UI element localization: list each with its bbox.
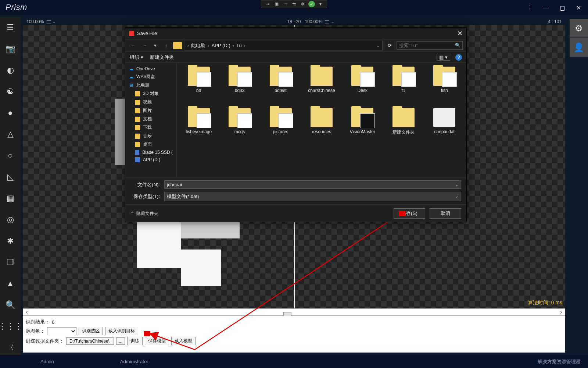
- dialog-actions: ⌃隐藏文件夹 保存(S) 取消: [125, 204, 466, 223]
- filename-input[interactable]: jchepai⌄: [164, 180, 461, 189]
- link-icon[interactable]: ⇆: [291, 1, 297, 7]
- save-button[interactable]: 保存(S): [394, 208, 425, 219]
- more-icon[interactable]: ⋮: [523, 2, 537, 13]
- sidebar-item[interactable]: 图片: [128, 106, 173, 115]
- folder-item[interactable]: fish: [425, 67, 464, 106]
- folder-item[interactable]: Desk: [343, 67, 382, 106]
- chevron-left-icon[interactable]: 〈: [5, 342, 16, 353]
- folder-item[interactable]: VisionMaster: [343, 108, 382, 148]
- search-icon[interactable]: 🔍: [5, 300, 16, 311]
- sidebar-item-label: 图片: [143, 107, 152, 114]
- folder-item[interactable]: mcgs: [220, 108, 259, 148]
- scroll-left-icon[interactable]: ‹: [23, 309, 31, 315]
- tool-icon[interactable]: ✲: [300, 1, 306, 7]
- app-title: Prism: [6, 3, 27, 12]
- new-folder-button[interactable]: 新建文件夹: [150, 54, 174, 61]
- export-icon[interactable]: ⇥: [264, 1, 271, 7]
- bottom-scrollbar[interactable]: ‹ ›: [23, 308, 565, 316]
- folder-icon: [188, 67, 210, 86]
- sidebar-item[interactable]: ☁WPS网盘: [128, 72, 173, 81]
- dialog-close-icon[interactable]: ✕: [457, 29, 463, 38]
- load-target-button[interactable]: 载入识别目标: [105, 327, 138, 335]
- dots-grid-icon[interactable]: ⋮⋮⋮: [5, 321, 16, 332]
- folder-item[interactable]: fisheyeimage: [179, 108, 218, 148]
- dialog-title-bar[interactable]: Save File ✕: [125, 28, 466, 39]
- camera-icon[interactable]: 📷: [5, 43, 16, 54]
- sidebar-item[interactable]: APP (D:): [128, 156, 173, 163]
- refresh-icon[interactable]: ⟳: [386, 43, 394, 48]
- breadcrumb[interactable]: › 此电脑› APP (D:)› Tu› ⌄: [185, 41, 383, 50]
- device-icon[interactable]: ▣: [273, 1, 280, 7]
- copy-icon[interactable]: ❐: [5, 257, 16, 268]
- magnifier-icon[interactable]: 🔍: [455, 43, 460, 48]
- circle-outline-icon[interactable]: ○: [5, 150, 16, 161]
- folder-item[interactable]: pictures: [261, 108, 300, 148]
- file-icon: [433, 108, 455, 127]
- crumb-1[interactable]: APP (D:): [212, 43, 230, 48]
- filetype-select[interactable]: 模型文件(*.dat)⌄: [164, 192, 461, 201]
- select-region-button[interactable]: 识别选区: [79, 327, 103, 335]
- help-icon[interactable]: ?: [455, 54, 462, 61]
- dropdown-icon[interactable]: ▾: [317, 1, 324, 7]
- dialog-sidebar[interactable]: ☁OneDrive☁WPS网盘🖥此电脑3D 对象视频图片文档下载音乐桌面Blad…: [125, 63, 177, 177]
- item-label: fisheyeimage: [186, 129, 212, 134]
- nav-history-dd-icon[interactable]: ▾: [151, 43, 159, 48]
- nodes-icon[interactable]: ✱: [5, 236, 16, 247]
- load-model-button[interactable]: 载入模型: [171, 337, 196, 345]
- folder-icon: [392, 108, 415, 127]
- sidebar-item[interactable]: 🖥此电脑: [128, 81, 173, 89]
- view-mode-icon[interactable]: ▥ ▾: [437, 54, 450, 61]
- fingerprint-icon[interactable]: ◎: [5, 214, 16, 225]
- hide-folders-toggle[interactable]: ⌃隐藏文件夹: [130, 210, 158, 217]
- angle-icon[interactable]: ◺: [5, 171, 16, 183]
- sidebar-item[interactable]: Blade 15 SSD (: [128, 149, 173, 156]
- yinyang-icon[interactable]: ☯: [5, 86, 16, 97]
- folder-icon: [433, 67, 455, 86]
- grid-icon[interactable]: ▦: [5, 193, 16, 204]
- folder-item[interactable]: bd: [179, 67, 218, 106]
- source-select[interactable]: [47, 327, 76, 335]
- browse-button[interactable]: ...: [116, 337, 125, 345]
- folder-item[interactable]: bdtest: [261, 67, 300, 106]
- circle-fill-icon[interactable]: ●: [5, 107, 16, 118]
- sidebar-item[interactable]: 视频: [128, 98, 173, 106]
- search-input[interactable]: [397, 41, 463, 50]
- menu-icon[interactable]: ☰: [5, 22, 16, 33]
- app-icon: [129, 31, 134, 36]
- triangle-icon[interactable]: △: [5, 129, 16, 140]
- maximize-icon[interactable]: ▢: [555, 2, 570, 13]
- file-grid[interactable]: bdbd33bdtestcharsChineseDeskf1fishfishey…: [177, 63, 466, 177]
- folder-item[interactable]: bd33: [220, 67, 259, 106]
- screen-icon[interactable]: ▭: [282, 1, 288, 7]
- user-tile[interactable]: 👤: [570, 38, 588, 57]
- nav-up-icon[interactable]: ↑: [162, 43, 170, 48]
- sidebar-item[interactable]: 3D 对象: [128, 89, 173, 98]
- sidebar-item[interactable]: 文档: [128, 115, 173, 123]
- organize-menu[interactable]: 组织 ▾: [130, 54, 143, 61]
- scroll-right-icon[interactable]: ›: [557, 309, 565, 315]
- folder-item[interactable]: 新建文件夹: [384, 108, 423, 148]
- settings-tile[interactable]: ⚙: [570, 19, 588, 38]
- crumb-0[interactable]: 此电脑: [191, 42, 205, 49]
- contrast-icon[interactable]: ◐: [5, 65, 16, 76]
- train-folder-input[interactable]: [66, 337, 114, 345]
- folder-icon: [229, 67, 251, 86]
- sidebar-item[interactable]: 音乐: [128, 132, 173, 140]
- train-button[interactable]: 训练: [127, 337, 143, 345]
- warning-icon[interactable]: ▲: [5, 278, 16, 289]
- folder-item[interactable]: f1: [384, 67, 423, 106]
- sidebar-item[interactable]: 下载: [128, 123, 173, 132]
- nav-back-icon[interactable]: ←: [129, 43, 137, 48]
- sidebar-item[interactable]: ☁OneDrive: [128, 65, 173, 72]
- crumb-2[interactable]: Tu: [236, 43, 242, 48]
- minimize-icon[interactable]: —: [539, 2, 553, 13]
- folder-item[interactable]: resources: [302, 108, 341, 148]
- ok-icon[interactable]: ✓: [308, 1, 315, 7]
- close-icon[interactable]: ✕: [571, 2, 586, 13]
- nav-fwd-icon[interactable]: →: [140, 43, 148, 48]
- sidebar-item[interactable]: 桌面: [128, 140, 173, 149]
- save-model-button[interactable]: 保存模型: [145, 337, 169, 345]
- cancel-button[interactable]: 取消: [430, 208, 461, 219]
- file-item[interactable]: chepai.dat: [425, 108, 464, 148]
- folder-item[interactable]: charsChinese: [302, 67, 341, 106]
